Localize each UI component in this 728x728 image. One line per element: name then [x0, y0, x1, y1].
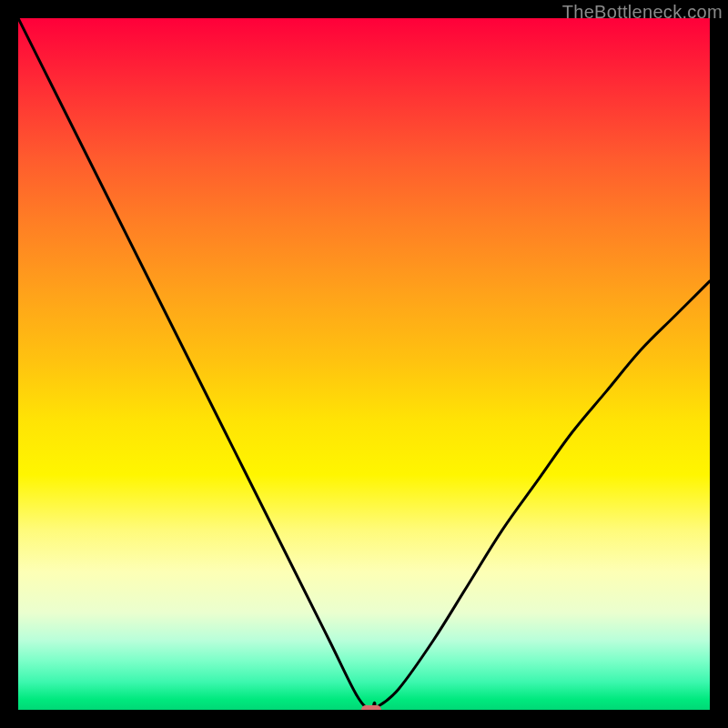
curve-svg [18, 18, 710, 710]
optimum-marker [361, 705, 381, 710]
bottleneck-curve [18, 18, 710, 710]
chart-frame: TheBottleneck.com [0, 0, 728, 728]
plot-area [18, 18, 710, 710]
